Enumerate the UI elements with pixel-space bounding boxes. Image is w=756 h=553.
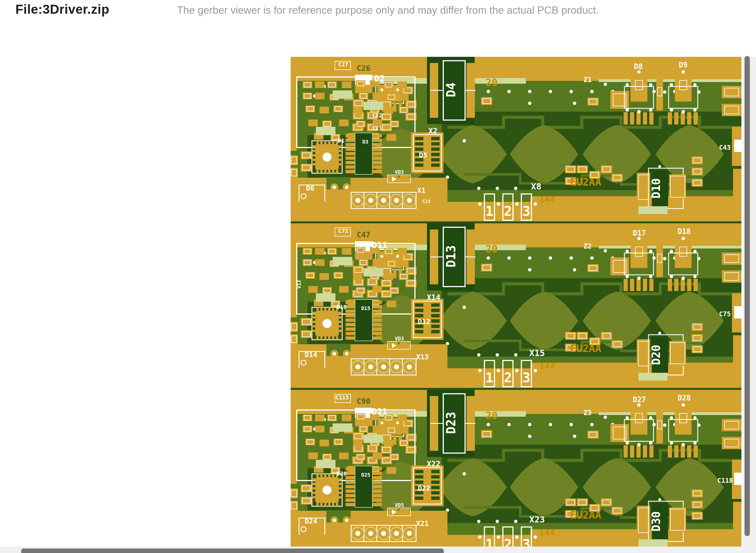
silkscreen-label: X1 (417, 186, 426, 194)
silkscreen-label: C75 (719, 310, 731, 318)
silkscreen-label: V13 (296, 280, 302, 289)
silkscreen-label: X8 (531, 181, 541, 191)
silkscreen-label: D26 (337, 470, 347, 477)
silkscreen-label: D2 (374, 73, 385, 83)
silkscreen-label: X22 (427, 460, 440, 468)
silkscreen-label: C115 (335, 394, 349, 401)
silkscreen-label: D10 (649, 178, 663, 199)
silkscreen-label: D24 (304, 517, 317, 525)
horizontal-scrollbar-thumb[interactable] (21, 549, 444, 553)
silkscreen-label: C118 (717, 477, 733, 484)
silkscreen-label: D25 (361, 472, 370, 478)
silkscreen-label: D1 (338, 137, 344, 144)
silkscreen-label: EU2AA (570, 176, 601, 188)
silkscreen-label: C26 (357, 64, 370, 73)
silkscreen-label: D27 (633, 395, 646, 404)
silkscreen-label: D28 (678, 394, 691, 402)
silkscreen-label: D18 (678, 227, 691, 236)
silkscreen-label: D15 (361, 305, 370, 311)
silkscreen-label: 20 (485, 410, 497, 421)
silkscreen-label: 3 (523, 370, 531, 385)
silkscreen-label: C43 (719, 144, 731, 151)
silkscreen-label: 20 (485, 77, 497, 88)
silkscreen-label: D21 (372, 406, 388, 416)
silkscreen-label: D14 (304, 351, 317, 359)
silkscreen-label: D20 (649, 345, 663, 365)
silkscreen-label: D4 (444, 83, 458, 97)
silkscreen-label: 1 (485, 536, 494, 547)
silkscreen-label: 2 (504, 536, 512, 547)
silkscreen-label: Z3 (583, 409, 592, 417)
silkscreen-label: 1 (485, 370, 494, 385)
silkscreen-label: D13 (444, 245, 458, 267)
silkscreen-label: 144 (539, 527, 555, 537)
silkscreen-label: D9 (679, 61, 687, 69)
viewer-disclaimer: The gerber viewer is for reference purpo… (177, 4, 599, 16)
silkscreen-label: 20 (485, 243, 497, 255)
panel-1: C27C26D2D420C22C21Z1D8D9C43X2D5D3D1VD2X1… (291, 57, 742, 223)
silkscreen-label: EU2AA (570, 342, 601, 354)
silkscreen-label: X13 (416, 353, 429, 361)
file-title: File:3Driver.zip (15, 2, 109, 17)
silkscreen-label: D8 (634, 62, 642, 71)
silkscreen-label: D23 (444, 412, 458, 434)
silkscreen-label: D5 (419, 151, 427, 159)
silkscreen-label: 3 (523, 203, 531, 219)
silkscreen-label: C21 (372, 125, 382, 131)
silkscreen-label: EU2AA (570, 509, 601, 521)
silkscreen-label: 2 (504, 370, 512, 385)
silkscreen-label: 3 (523, 536, 531, 547)
silkscreen-label: VD5 (395, 502, 404, 508)
silkscreen-label: Z2 (583, 242, 592, 250)
silkscreen-label: X23 (529, 515, 545, 525)
silkscreen-label: X14 (427, 293, 440, 302)
silkscreen-label: VD2 (395, 169, 404, 175)
vertical-scrollbar-thumb[interactable] (745, 56, 750, 536)
silkscreen-label: X15 (529, 348, 545, 358)
silkscreen-label: 144 (539, 194, 555, 204)
panel-3: C115C90D21D2320Z3D27D28C118X22D22D25D26V… (291, 390, 742, 547)
silkscreen-label: D12 (418, 318, 430, 326)
gerber-preview: C27C26D2D420C22C21Z1D8D9C43X2D5D3D1VD2X1… (291, 57, 742, 547)
silkscreen-label: C27 (338, 61, 348, 68)
silkscreen-label: X21 (416, 520, 429, 528)
silkscreen-label: C23 (422, 199, 430, 204)
silkscreen-label: D6 (306, 184, 315, 192)
silkscreen-label: C72 (338, 228, 348, 234)
pcb-render: C27C26D2D420C22C21Z1D8D9C43X2D5D3D1VD2X1… (291, 57, 742, 547)
silkscreen-label: 144 (539, 361, 555, 371)
silkscreen-label: 1 (485, 203, 494, 219)
silkscreen-label: VD3 (395, 335, 404, 341)
silkscreen-label: Z1 (583, 76, 592, 84)
silkscreen-label: C22 (372, 112, 382, 118)
silkscreen-label: C90 (357, 397, 370, 405)
panel-2: C72C47D11D1320V13Z2D17D18C75X14D12D15D16… (291, 223, 742, 390)
silkscreen-label: X2 (428, 127, 438, 135)
silkscreen-label: D11 (372, 240, 388, 250)
silkscreen-label: C47 (357, 230, 370, 239)
silkscreen-label: 2 (504, 203, 512, 219)
silkscreen-label: D30 (649, 511, 663, 532)
silkscreen-label: D22 (418, 484, 430, 492)
silkscreen-label: D3 (362, 139, 368, 145)
silkscreen-label: D17 (633, 229, 646, 237)
silkscreen-label: D16 (337, 304, 347, 310)
